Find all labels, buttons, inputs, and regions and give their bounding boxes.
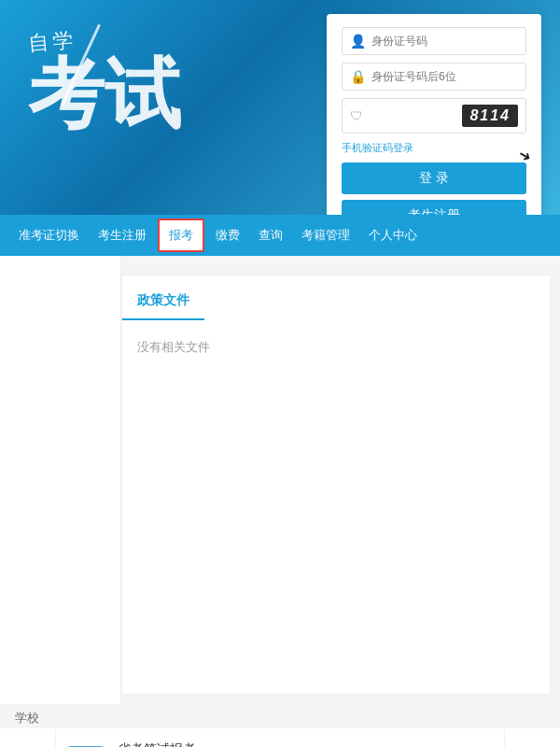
nav-switch[interactable]: 准考证切换 [9,215,89,256]
register-button[interactable]: 考生注册 [342,200,526,215]
policy-tab[interactable]: 政策文件 [122,283,204,320]
captcha-input[interactable] [369,109,462,122]
mobile-login-link[interactable]: 手机验证码登录 [342,141,526,155]
id-last6-field[interactable]: 🔒 [342,63,526,91]
card-title-written: 省考笔试报考 [118,741,495,747]
login-button[interactable]: 登 录 [342,162,526,194]
id-field[interactable]: 👤 [342,27,526,55]
content-area: 政策文件 没有相关文件 [0,256,560,704]
captcha-field[interactable]: 🛡 8114 [342,98,526,134]
id-last6-input[interactable] [371,70,518,83]
policy-section: 政策文件 没有相关文件 [121,275,551,695]
nav-chaxun[interactable]: 查询 [249,215,292,256]
hero-text: 自学 考试 [28,28,177,133]
login-panel: 👤 🔒 🛡 8114 手机验证码登录 登 录 ➜ 考生注册 [327,14,541,215]
card-info-written: 省考笔试报考 功能描述 未开考 [118,741,495,747]
nav-kaoji[interactable]: 考籍管理 [292,215,359,256]
school-label: 学校 [0,704,560,728]
lock-icon: 🔒 [350,69,366,84]
enter-left-written: 进入 [0,728,56,747]
nav-personal[interactable]: 个人中心 [359,215,427,256]
nav-register[interactable]: 考生注册 [89,215,156,256]
hero-banner: 自学 考试 👤 🔒 🛡 8114 手机验证码登录 登 录 ➜ [0,0,560,215]
feature-row-written: 进入 省考笔试报考 功能描述 未开考 进入 [0,728,560,747]
card-center-written: 省考笔试报考 功能描述 未开考 [56,728,504,747]
captcha-image[interactable]: 8114 [462,105,518,127]
nav-baokao[interactable]: 报考 [158,218,204,252]
navbar: 准考证切换 考生注册 报考 缴费 查询 考籍管理 个人中心 [0,215,560,256]
sidebar [0,256,121,704]
id-input[interactable] [371,35,518,48]
main-content: 进入 省考笔试报考 功能描述 未开考 进入 [0,728,560,747]
policy-empty-text: 没有相关文件 [122,320,550,374]
enter-right-written: 进入 [504,728,560,747]
user-icon: 👤 [350,34,366,49]
shield-icon: 🛡 [350,108,363,123]
nav-jiaofei[interactable]: 缴费 [206,215,249,256]
kaoshi-label: 考试 [28,56,177,133]
